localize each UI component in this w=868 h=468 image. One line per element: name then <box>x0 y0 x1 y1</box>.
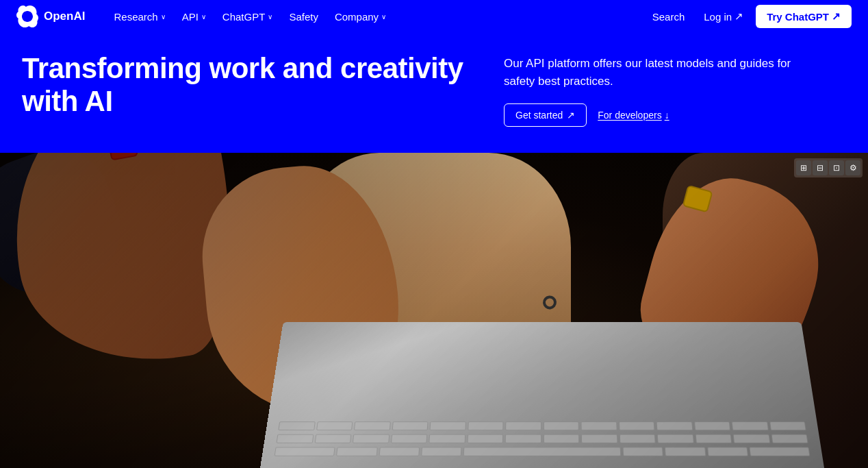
toolbar-btn-settings[interactable]: ⚙ <box>845 160 860 175</box>
toolbar-btn-2[interactable]: ⊟ <box>813 160 828 175</box>
nav-research[interactable]: Research ∨ <box>107 7 172 27</box>
watch-left <box>107 153 138 161</box>
openai-logo[interactable]: OpenAI <box>16 5 85 27</box>
nav-links: Research ∨ API ∨ ChatGPT ∨ Safety Compan… <box>107 7 645 27</box>
search-button[interactable]: Search <box>646 7 692 27</box>
chevron-down-icon: ∨ <box>381 13 386 21</box>
nav-api[interactable]: API ∨ <box>175 7 213 27</box>
login-button[interactable]: Log in ↗ <box>697 6 750 27</box>
toolbar-btn-3[interactable]: ⊡ <box>829 160 844 175</box>
hero-right: Our API platform offers our latest model… <box>504 52 846 127</box>
laptop-keyboard <box>268 417 817 461</box>
arrow-icon: ↗ <box>735 10 743 23</box>
hero-left: Transforming work and creativity with AI <box>22 52 504 119</box>
nav-right: Search Log in ↗ Try ChatGPT ↗ <box>646 5 852 28</box>
arrow-icon: ↓ <box>665 110 669 121</box>
try-chatgpt-button[interactable]: Try ChatGPT ↗ <box>756 5 852 28</box>
photo-content <box>0 153 868 468</box>
image-toolbar: ⊞ ⊟ ⊡ ⚙ <box>794 158 863 177</box>
arrow-icon: ↗ <box>567 110 575 121</box>
chevron-down-icon: ∨ <box>161 13 166 21</box>
nav-company[interactable]: Company ∨ <box>328 7 393 27</box>
nav-safety[interactable]: Safety <box>282 7 325 27</box>
get-started-button[interactable]: Get started ↗ <box>504 103 587 127</box>
chevron-down-icon: ∨ <box>268 13 272 21</box>
hero-section: Transforming work and creativity with AI… <box>0 33 868 153</box>
hero-image: ⊞ ⊟ ⊡ ⚙ <box>0 153 868 468</box>
arrow-icon: ↗ <box>832 10 841 23</box>
for-developers-button[interactable]: For developers ↓ <box>598 110 669 121</box>
hero-title: Transforming work and creativity with AI <box>22 52 504 119</box>
toolbar-btn-1[interactable]: ⊞ <box>796 160 811 175</box>
nav-chatgpt[interactable]: ChatGPT ∨ <box>216 7 280 27</box>
laptop <box>260 322 824 468</box>
logo-text: OpenAI <box>44 10 85 23</box>
chevron-down-icon: ∨ <box>201 13 206 21</box>
watch-right <box>682 185 713 213</box>
hero-description: Our API platform offers our latest model… <box>504 55 791 90</box>
hero-buttons: Get started ↗ For developers ↓ <box>504 103 846 127</box>
navigation: OpenAI Research ∨ API ∨ ChatGPT ∨ Safety… <box>0 0 868 33</box>
